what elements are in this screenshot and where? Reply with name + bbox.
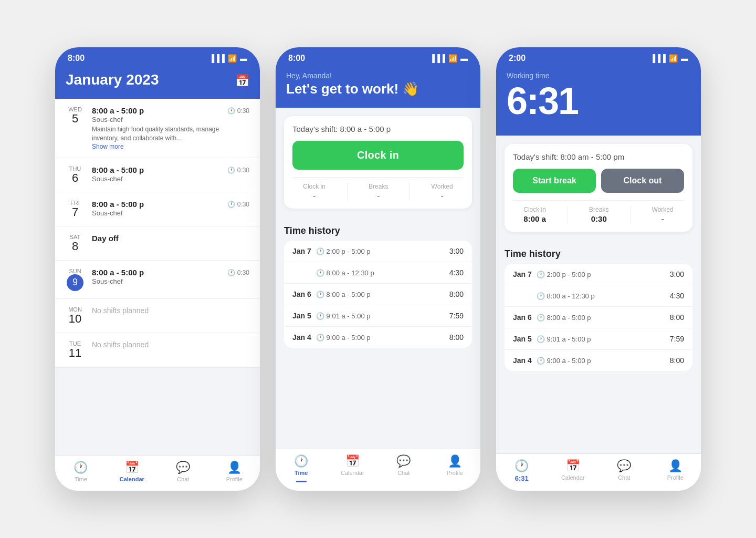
calendar-item[interactable]: SAT 8 Day off — [55, 226, 260, 261]
status-bar-2: 8:00 ▐▐▐ 📶 ▬ — [276, 47, 480, 67]
history-row[interactable]: Jan 7 🕐 2:00 p - 5:00 p 3:00 — [284, 241, 472, 262]
shift-time: 8:00 a - 5:00 p — [92, 200, 220, 209]
calendar-icon[interactable]: 📅 — [235, 74, 249, 88]
chat-icon-2: 💬 — [396, 454, 411, 468]
nav-chat-1[interactable]: 💬 Chat — [167, 461, 199, 482]
no-shifts-label: No shifts planned — [92, 340, 249, 349]
history-row[interactable]: Jan 4 🕐 9:00 a - 5:00 p 8:00 — [284, 327, 472, 348]
history-title-3: Time history — [496, 240, 701, 264]
day-label: MON 10 — [66, 306, 85, 325]
history-row[interactable]: Jan 6 🕐 8:00 a - 5:00 p 8:00 — [505, 307, 692, 328]
nav-time-2[interactable]: 🕐 Time — [286, 454, 317, 482]
history-row[interactable]: Jan 5 🕐 9:01 a - 5:00 p 7:59 — [505, 328, 692, 350]
nav-label-time-2: Time — [295, 470, 308, 476]
history-duration: 8:00 — [670, 313, 684, 322]
history-row[interactable]: Jan 4 🕐 9:00 a - 5:00 p 8:00 — [505, 350, 692, 371]
status-icons-3: ▐▐▐ 📶 ▬ — [650, 54, 688, 63]
shift-today-2: Today's shift: 8:00 a - 5:00 p — [292, 125, 464, 133]
shift-role: Sous-chef — [92, 209, 220, 217]
phone-working: 2:00 ▐▐▐ 📶 ▬ Working time 6:31 Today's s… — [496, 47, 701, 491]
nav-chat-3[interactable]: 💬 Chat — [608, 459, 640, 482]
working-scroll[interactable]: Today's shift: 8:00 am - 5:00 pm Start b… — [496, 136, 701, 453]
show-more-link[interactable]: Show more — [92, 143, 220, 150]
stat-val-clockin-2: - — [303, 191, 326, 200]
clockin-scroll[interactable]: Today's shift: 8:00 a - 5:00 p Clock in … — [276, 108, 480, 449]
greeting-small: Hey, Amanda! — [286, 71, 470, 80]
calendar-nav-icon-2: 📅 — [345, 454, 360, 468]
nav-label-profile-2: Profile — [447, 470, 463, 476]
stat-label-clockin-2: Clock in — [303, 183, 326, 190]
history-row[interactable]: Jan 5 🕐 9:01 a - 5:00 p 7:59 — [284, 305, 472, 327]
start-break-button[interactable]: Start break — [513, 169, 596, 193]
today-number: 9 — [67, 274, 83, 291]
history-date: Jan 5 — [513, 335, 537, 343]
nav-calendar-3[interactable]: 📅 Calendar — [557, 459, 589, 482]
history-date: Jan 6 — [292, 290, 316, 298]
nav-label-chat-2: Chat — [397, 470, 410, 476]
clock-in-button[interactable]: Clock in — [292, 141, 464, 170]
wifi-icon-2: 📶 — [448, 54, 457, 63]
battery-icon-2: ▬ — [460, 54, 468, 63]
history-row[interactable]: 🕐 8:00 a - 12:30 p 4:30 — [284, 262, 472, 284]
calendar-nav-icon-1: 📅 — [125, 461, 139, 474]
calendar-item[interactable]: MON 10 No shifts planned — [55, 299, 260, 333]
nav-chat-2[interactable]: 💬 Chat — [388, 454, 419, 482]
clockin-card: Today's shift: 8:00 a - 5:00 p Clock in … — [284, 116, 472, 209]
clock-out-button[interactable]: Clock out — [601, 169, 684, 193]
status-icons-1: ▐▐▐ 📶 ▬ — [209, 54, 247, 63]
calendar-month-title: January 2023 — [66, 71, 159, 88]
nav-profile-1[interactable]: 👤 Profile — [218, 461, 250, 482]
nav-profile-2[interactable]: 👤 Profile — [439, 454, 470, 482]
day-name: THU — [66, 165, 85, 172]
nav-time-1[interactable]: 🕐 Time — [65, 461, 97, 482]
stat-worked-3: Worked - — [652, 206, 674, 223]
shift-break: 🕐 0:30 — [227, 107, 249, 115]
time-icon-2: 🕐 — [294, 454, 308, 468]
day-label: WED 5 — [66, 106, 85, 125]
nav-label-time-1: Time — [75, 476, 87, 482]
history-duration: 7:59 — [670, 335, 684, 343]
chat-icon-3: 💬 — [617, 459, 631, 473]
status-time-3: 2:00 — [509, 54, 526, 63]
history-duration: 8:00 — [670, 356, 684, 365]
shift-role: Sous-chef — [92, 116, 220, 123]
calendar-scroll[interactable]: WED 5 8:00 a - 5:00 p Sous-chef Maintain… — [55, 99, 260, 455]
calendar-item[interactable]: THU 6 8:00 a - 5:00 p Sous-chef 🕐 0:30 — [55, 158, 260, 192]
no-shift-info: No shifts planned — [92, 306, 249, 315]
history-row[interactable]: Jan 7 🕐 2:00 p - 5:00 p 3:00 — [505, 264, 692, 285]
time-icon-1: 🕐 — [74, 461, 88, 474]
no-shifts-label: No shifts planned — [92, 306, 249, 315]
day-number: 6 — [66, 172, 85, 184]
nav-calendar-1[interactable]: 📅 Calendar — [116, 461, 148, 482]
nav-profile-3[interactable]: 👤 Profile — [659, 459, 691, 482]
shift-today-3: Today's shift: 8:00 am - 5:00 pm — [513, 152, 684, 161]
history-date: Jan 7 — [513, 270, 537, 278]
day-name: FRI — [66, 200, 85, 206]
history-card-3: Jan 7 🕐 2:00 p - 5:00 p 3:00 🕐 8:00 a - … — [505, 264, 692, 371]
phone-clockin: 8:00 ▐▐▐ 📶 ▬ Hey, Amanda! Let's get to w… — [276, 47, 480, 491]
clock-stats-3: Clock in 8:00 a Breaks 0:30 Worked - — [513, 200, 684, 223]
history-time: 🕐 2:00 p - 5:00 p — [316, 247, 449, 255]
history-row[interactable]: 🕐 8:00 a - 12:30 p 4:30 — [505, 285, 692, 307]
calendar-item[interactable]: TUE 11 No shifts planned — [55, 333, 260, 367]
calendar-item[interactable]: SUN 9 8:00 a - 5:00 p Sous-chef 🕐 0:30 — [55, 261, 260, 299]
calendar-item[interactable]: FRI 7 8:00 a - 5:00 p Sous-chef 🕐 0:30 — [55, 192, 260, 226]
time-icon-3: 🕐 — [514, 459, 529, 473]
calendar-item[interactable]: WED 5 8:00 a - 5:00 p Sous-chef Maintain… — [55, 99, 260, 158]
history-time: 🕐 9:01 a - 5:00 p — [537, 335, 670, 343]
nav-label-profile-1: Profile — [226, 476, 243, 482]
nav-calendar-2[interactable]: 📅 Calendar — [337, 454, 368, 482]
profile-icon-3: 👤 — [668, 459, 682, 473]
calendar-header: January 2023 📅 — [55, 67, 260, 99]
history-row[interactable]: Jan 6 🕐 8:00 a - 5:00 p 8:00 — [284, 284, 472, 305]
day-off-info: Day off — [92, 234, 249, 243]
clock-stats-2: Clock in - Breaks - Worked - — [292, 177, 464, 200]
day-off-label: Day off — [92, 234, 249, 243]
day-label: FRI 7 — [66, 200, 85, 219]
nav-label-calendar-3: Calendar — [561, 474, 585, 481]
day-number: 7 — [66, 206, 85, 219]
history-duration: 3:00 — [670, 270, 684, 278]
shift-time: 8:00 a - 5:00 p — [92, 268, 220, 277]
nav-time-3[interactable]: 🕐 6:31 — [506, 459, 538, 482]
shift-info: 8:00 a - 5:00 p Sous-chef — [92, 200, 220, 217]
